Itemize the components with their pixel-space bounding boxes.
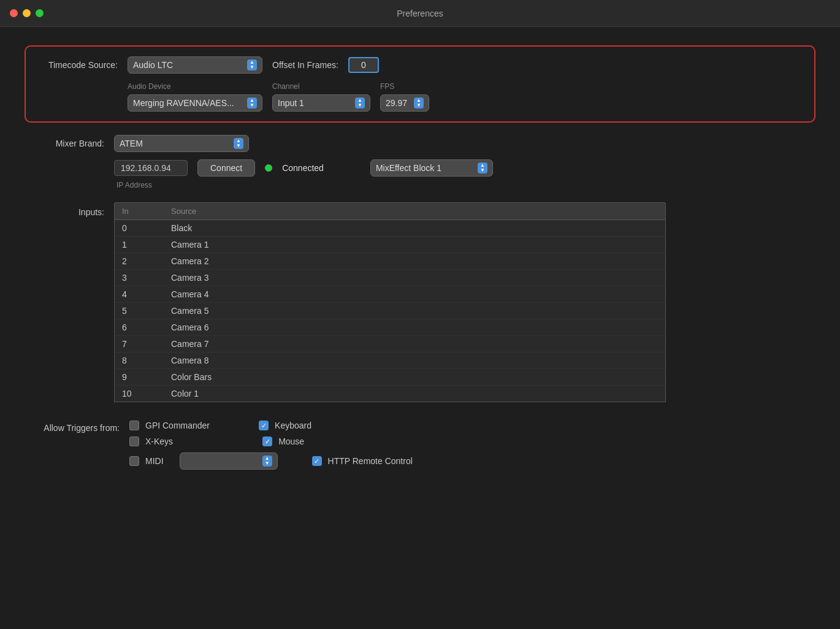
triggers-row-2: X-Keys ✓ Mouse [129, 436, 413, 446]
inputs-table: In Source 0 Black 1 Camera 1 2 Camera 2 … [114, 202, 666, 402]
mixer-brand-dropdown[interactable]: ATEM ▲▼ [114, 135, 249, 152]
cell-source: Camera 8 [171, 356, 208, 365]
trigger-mouse: ✓ Mouse [262, 436, 304, 446]
gpi-label: GPI Commander [145, 421, 210, 430]
cell-source: Camera 6 [171, 322, 208, 332]
fps-value: 29.97 [386, 98, 407, 108]
fps-dropdown[interactable]: 29.97 ▲▼ [380, 94, 429, 112]
channel-label: Channel [272, 82, 370, 91]
mouse-label: Mouse [278, 436, 304, 446]
table-row: 5 Camera 5 [115, 303, 665, 319]
cell-in: 5 [122, 306, 147, 316]
status-text: Connected [282, 163, 324, 173]
inputs-label: Inputs: [25, 202, 104, 217]
ip-connect-row: 192.168.0.94 Connect Connected MixEffect… [25, 159, 815, 177]
gpi-checkbox[interactable] [129, 421, 139, 430]
maximize-button[interactable] [36, 9, 44, 17]
mixer-brand-value: ATEM [120, 139, 143, 148]
connect-button[interactable]: Connect [197, 159, 255, 177]
window-title: Preferences [397, 9, 443, 18]
triggers-row-3: MIDI ▲▼ ✓ HTTP Remote Control [129, 452, 413, 470]
midi-label: MIDI [145, 456, 164, 466]
cell-in: 6 [122, 322, 147, 332]
table-row: 6 Camera 6 [115, 319, 665, 336]
cell-in: 8 [122, 356, 147, 365]
triggers-row-1: GPI Commander ✓ Keyboard [129, 421, 413, 430]
timecode-source-value: Audio LTC [133, 60, 173, 70]
offset-input[interactable] [348, 57, 379, 73]
mixer-brand-row: Mixer Brand: ATEM ▲▼ [25, 135, 815, 152]
offset-label: Offset In Frames: [272, 60, 338, 70]
xkeys-checkbox[interactable] [129, 436, 139, 446]
cell-source: Color Bars [171, 372, 212, 382]
mix-effect-value: MixEffect Block 1 [376, 163, 441, 173]
chevron-mixer-icon: ▲▼ [234, 138, 243, 149]
table-row: 8 Camera 8 [115, 353, 665, 369]
cell-source: Camera 4 [171, 289, 208, 299]
timecode-source-label: Timecode Source: [38, 60, 118, 70]
triggers-section: Allow Triggers from: GPI Commander ✓ Key… [25, 421, 815, 470]
cell-in: 1 [122, 240, 147, 250]
ip-address[interactable]: 192.168.0.94 [114, 160, 188, 176]
status-indicator [265, 164, 272, 172]
http-checkbox[interactable]: ✓ [312, 456, 322, 466]
table-row: 2 Camera 2 [115, 253, 665, 270]
cell-source: Camera 3 [171, 273, 208, 283]
cell-source: Camera 1 [171, 240, 208, 250]
mix-effect-dropdown[interactable]: MixEffect Block 1 ▲▼ [370, 159, 493, 177]
cell-in: 0 [122, 223, 147, 233]
audio-device-label: Audio Device [128, 82, 262, 91]
titlebar: Preferences [0, 0, 840, 27]
mouse-checkbox[interactable]: ✓ [262, 436, 272, 446]
triggers-label: Allow Triggers from: [25, 421, 120, 433]
table-row: 9 Color Bars [115, 369, 665, 386]
mixer-section: Mixer Brand: ATEM ▲▼ 192.168.0.94 Connec… [25, 135, 815, 190]
ip-address-label: IP Address [116, 181, 152, 189]
table-row: 4 Camera 4 [115, 286, 665, 303]
midi-dropdown[interactable]: ▲▼ [180, 452, 278, 470]
table-row: 0 Black [115, 220, 665, 237]
trigger-http: ✓ HTTP Remote Control [312, 456, 413, 466]
triggers-grid: GPI Commander ✓ Keyboard X-Keys ✓ Mouse [129, 421, 413, 470]
cell-source: Camera 5 [171, 306, 208, 316]
col-in-header: In [122, 207, 147, 216]
audio-dropdowns-row: Merging RAVENNA/AES... ▲▼ Input 1 ▲▼ 29.… [128, 94, 802, 112]
audio-device-dropdown[interactable]: Merging RAVENNA/AES... ▲▼ [128, 94, 262, 112]
trigger-keyboard: ✓ Keyboard [259, 421, 311, 430]
cell-in: 7 [122, 339, 147, 349]
keyboard-label: Keyboard [275, 421, 311, 430]
timecode-row-1: Timecode Source: Audio LTC ▲▼ Offset In … [38, 56, 802, 74]
main-content: Timecode Source: Audio LTC ▲▼ Offset In … [0, 27, 840, 488]
col-source-header: Source [171, 207, 196, 216]
trigger-xkeys: X-Keys [129, 436, 173, 446]
cell-source: Color 1 [171, 389, 199, 398]
table-row: 1 Camera 1 [115, 237, 665, 253]
fps-label: FPS [380, 82, 394, 91]
chevron-audio-icon: ▲▼ [247, 97, 257, 109]
traffic-lights [10, 9, 44, 17]
table-row: 10 Color 1 [115, 386, 665, 402]
minimize-button[interactable] [23, 9, 31, 17]
timecode-source-dropdown[interactable]: Audio LTC ▲▼ [128, 56, 262, 74]
trigger-midi: MIDI [129, 456, 164, 466]
xkeys-label: X-Keys [145, 436, 173, 446]
cell-source: Camera 2 [171, 256, 208, 266]
cell-in: 3 [122, 273, 147, 283]
trigger-gpi: GPI Commander [129, 421, 210, 430]
close-button[interactable] [10, 9, 18, 17]
channel-dropdown[interactable]: Input 1 ▲▼ [272, 94, 370, 112]
chevron-channel-icon: ▲▼ [355, 97, 365, 109]
table-row: 3 Camera 3 [115, 270, 665, 286]
chevron-mix-effect-icon: ▲▼ [478, 162, 487, 173]
ip-address-label-row: IP Address [25, 179, 815, 190]
cell-in: 4 [122, 289, 147, 299]
cell-in: 2 [122, 256, 147, 266]
mixer-brand-label: Mixer Brand: [25, 139, 104, 148]
cell-source: Camera 7 [171, 339, 208, 349]
table-header: In Source [114, 202, 666, 220]
chevron-fps-icon: ▲▼ [414, 97, 424, 109]
inputs-section: Inputs: In Source 0 Black 1 Camera 1 2 C… [25, 202, 815, 402]
midi-checkbox[interactable] [129, 456, 139, 466]
keyboard-checkbox[interactable]: ✓ [259, 421, 269, 430]
cell-source: Black [171, 223, 192, 233]
